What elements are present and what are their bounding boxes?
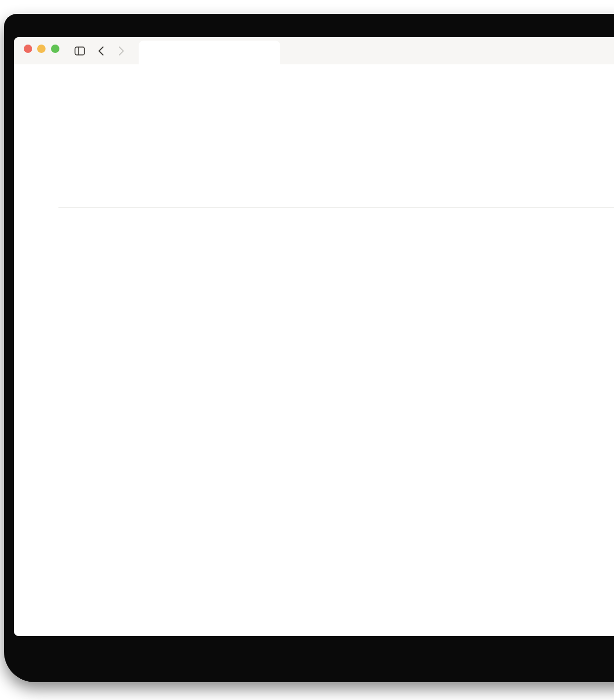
browser-tab[interactable] xyxy=(139,41,280,64)
new-tab-button[interactable] xyxy=(285,42,303,60)
app-window xyxy=(14,37,614,636)
table-header xyxy=(14,186,614,208)
zoom-window-button[interactable] xyxy=(51,45,59,53)
close-window-button[interactable] xyxy=(24,45,32,53)
sidebar-toggle-icon[interactable] xyxy=(72,44,87,58)
window-tab-bar xyxy=(14,37,614,64)
back-icon[interactable] xyxy=(93,44,108,58)
forward-icon[interactable] xyxy=(114,44,129,58)
page-background xyxy=(0,0,614,700)
header-divider xyxy=(58,207,614,208)
minimize-window-button[interactable] xyxy=(37,45,46,53)
